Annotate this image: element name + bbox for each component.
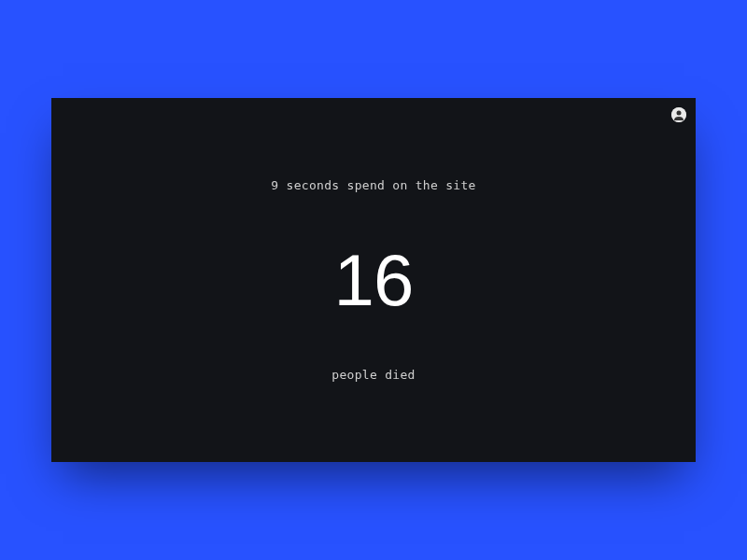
avatar[interactable]: [671, 107, 686, 122]
svg-point-1: [677, 111, 682, 116]
avatar-icon: [671, 107, 686, 122]
stats-card: 9 seconds spend on the site 16 people di…: [51, 98, 696, 462]
seconds-on-site-label: 9 seconds spend on the site: [271, 178, 475, 192]
counter-caption: people died: [331, 368, 415, 382]
death-counter: 16: [334, 244, 414, 316]
